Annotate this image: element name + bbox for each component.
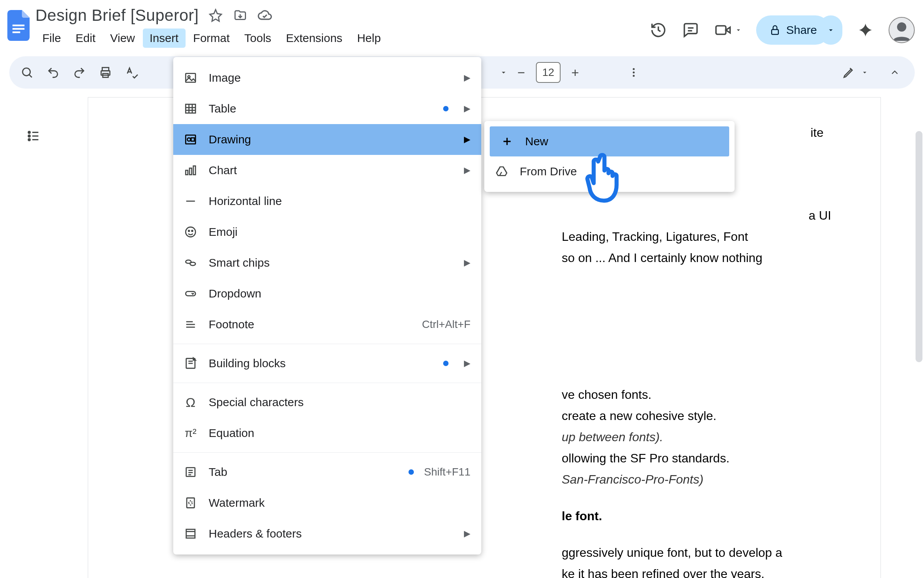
menu-file[interactable]: File: [35, 29, 68, 48]
svg-point-38: [188, 230, 189, 232]
svg-rect-32: [191, 138, 194, 141]
search-icon[interactable]: [18, 64, 35, 81]
insert-emoji[interactable]: Emoji: [173, 217, 481, 247]
svg-line-10: [29, 75, 32, 77]
headers-footers-icon: [182, 526, 199, 542]
svg-rect-33: [186, 170, 188, 175]
menu-insert[interactable]: Insert: [143, 29, 186, 48]
collapse-toolbar-icon[interactable]: [886, 64, 903, 81]
font-size-input[interactable]: 12: [536, 62, 561, 83]
svg-point-14: [633, 68, 635, 70]
share-label: Share: [786, 24, 817, 37]
video-icon: [714, 21, 732, 39]
insert-special-characters[interactable]: Ω Special characters: [173, 387, 481, 418]
insert-horizontal-line[interactable]: Horizontal line: [173, 186, 481, 217]
account-avatar[interactable]: [889, 17, 915, 43]
outline-toggle-icon[interactable]: [21, 123, 46, 149]
gemini-icon[interactable]: [856, 21, 875, 39]
building-blocks-icon: [182, 355, 199, 371]
comments-icon[interactable]: [681, 21, 700, 39]
font-dropdown-caret-icon[interactable]: [495, 64, 512, 81]
image-icon: [182, 70, 199, 86]
editing-mode-button[interactable]: [842, 66, 869, 79]
menu-tools[interactable]: Tools: [238, 29, 278, 48]
svg-point-37: [186, 227, 196, 237]
menu-label: Building blocks: [209, 357, 433, 370]
insert-headers-footers[interactable]: Headers & footers ▶: [173, 518, 481, 549]
insert-building-blocks[interactable]: Building blocks ▶: [173, 348, 481, 379]
menu-edit[interactable]: Edit: [69, 29, 102, 48]
chevron-right-icon: ▶: [464, 529, 470, 539]
chevron-right-icon: ▶: [464, 134, 470, 144]
cursor-pointer-icon: [581, 150, 628, 204]
title-area: Design Brief [Superor] File Edit View In…: [35, 5, 649, 48]
menu-label: Equation: [209, 427, 470, 440]
svg-point-17: [28, 131, 30, 133]
svg-point-8: [897, 22, 906, 32]
more-options-icon[interactable]: [625, 64, 642, 81]
menu-format[interactable]: Format: [186, 29, 237, 48]
history-icon[interactable]: [649, 21, 668, 39]
insert-table[interactable]: Table ▶: [173, 93, 481, 124]
menu-label: Table: [209, 102, 433, 115]
emoji-icon: [182, 224, 199, 240]
star-icon[interactable]: [208, 8, 223, 23]
drawing-icon: [182, 131, 199, 148]
scrollbar[interactable]: [916, 131, 922, 362]
svg-point-41: [190, 262, 196, 266]
svg-rect-54: [186, 529, 195, 538]
svg-rect-25: [186, 104, 196, 113]
menu-label: Headers & footers: [209, 527, 451, 540]
docs-logo[interactable]: [5, 7, 32, 44]
svg-rect-2: [12, 32, 20, 33]
spellcheck-icon[interactable]: [123, 64, 140, 81]
insert-dropdown[interactable]: Dropdown: [173, 278, 481, 309]
insert-smart-chips[interactable]: Smart chips ▶: [173, 247, 481, 278]
menu-extensions[interactable]: Extensions: [279, 29, 350, 48]
footnote-icon: [182, 316, 199, 333]
insert-drawing[interactable]: Drawing ▶: [173, 124, 481, 155]
insert-chart[interactable]: Chart ▶: [173, 155, 481, 186]
menu-view[interactable]: View: [103, 29, 142, 48]
svg-rect-0: [12, 25, 24, 26]
svg-point-21: [28, 139, 30, 141]
chevron-right-icon: ▶: [464, 165, 470, 175]
watermark-icon: [182, 495, 199, 511]
menu-help[interactable]: Help: [350, 29, 388, 48]
table-icon: [182, 101, 199, 117]
new-feature-dot: [443, 361, 449, 366]
cloud-status-icon[interactable]: [257, 8, 273, 23]
insert-image[interactable]: Image ▶: [173, 62, 481, 93]
svg-point-39: [192, 230, 193, 232]
pi-icon: π²: [182, 425, 199, 441]
font-size-control: − 12 +: [514, 62, 583, 83]
move-icon[interactable]: [233, 8, 248, 23]
insert-watermark[interactable]: Watermark: [173, 487, 481, 518]
svg-rect-23: [186, 74, 196, 82]
drive-icon: [494, 163, 510, 180]
menu-label: New: [525, 135, 718, 148]
share-dropdown[interactable]: [819, 15, 842, 45]
insert-tab[interactable]: Tab Shift+F11: [173, 457, 481, 487]
insert-footnote[interactable]: Footnote Ctrl+Alt+F: [173, 309, 481, 340]
dropdown-icon: [182, 286, 199, 302]
menu-label: Footnote: [209, 318, 412, 331]
menu-label: Dropdown: [209, 287, 470, 300]
menu-shortcut: Shift+F11: [424, 466, 470, 478]
increase-font-button[interactable]: +: [567, 65, 583, 80]
svg-rect-34: [189, 168, 192, 175]
decrease-font-button[interactable]: −: [514, 65, 529, 80]
redo-icon[interactable]: [71, 64, 88, 81]
menu-divider: [173, 452, 481, 453]
insert-equation[interactable]: π² Equation: [173, 418, 481, 449]
menu-label: Drawing: [209, 133, 451, 146]
print-icon[interactable]: [97, 64, 114, 81]
chevron-right-icon: ▶: [464, 73, 470, 83]
undo-icon[interactable]: [45, 64, 62, 81]
svg-point-31: [187, 138, 191, 141]
header-actions: Share: [649, 15, 915, 45]
document-title[interactable]: Design Brief [Superor]: [35, 6, 199, 25]
menu-label: Chart: [209, 164, 451, 177]
menu-bar: File Edit View Insert Format Tools Exten…: [35, 29, 649, 48]
meet-button[interactable]: [714, 21, 742, 39]
